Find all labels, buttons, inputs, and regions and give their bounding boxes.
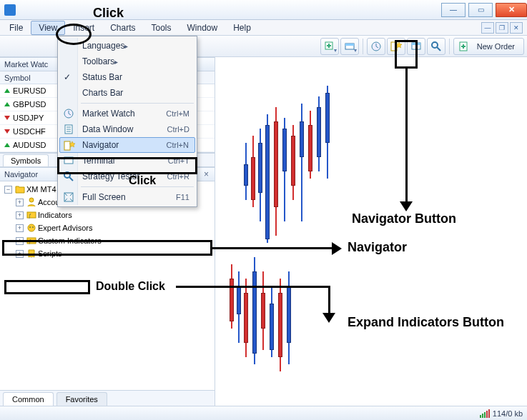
tree-item-custom-indicators[interactable]: +ƒCustom Indicators: [0, 234, 215, 247]
window-close-button[interactable]: [496, 3, 527, 17]
direction-icon: [4, 89, 10, 93]
menu-item-shortcut: Ctrl+R: [167, 172, 189, 181]
submenu-arrow-icon: [124, 41, 128, 51]
view-menu-charts-bar[interactable]: Charts Bar: [59, 85, 195, 101]
toolbar-profiles-button[interactable]: [340, 38, 359, 55]
toolbar-new-chart-button[interactable]: [320, 38, 339, 55]
toolbar-navigator-button[interactable]: [387, 38, 405, 55]
market-watch-tab-symbols[interactable]: Symbols: [3, 154, 49, 166]
expand-icon[interactable]: +: [16, 211, 24, 219]
menu-item-label: Toolbars: [82, 56, 114, 66]
view-menu-toolbars[interactable]: Toolbars: [59, 54, 195, 69]
toolbar-tester-button[interactable]: [427, 38, 445, 55]
toolbar-new-order-button[interactable]: New Order: [453, 38, 524, 55]
toolbar-separator: [449, 39, 450, 54]
anno-arrowhead-navbtn: [400, 201, 413, 211]
tree-root-label: XM MT4: [26, 185, 56, 194]
clock-icon: [63, 108, 74, 119]
tree-item-scripts[interactable]: +Scripts: [0, 247, 215, 260]
tree-item-indicators[interactable]: +ƒIndicators: [0, 209, 215, 221]
mdi-restore-button[interactable]: ❐: [496, 22, 508, 34]
menu-item-shortcut: F11: [176, 193, 189, 201]
magnifier-icon: [63, 171, 74, 182]
menubar: File View Insert Charts Tools Window Hel…: [0, 20, 527, 36]
view-menu-data-window[interactable]: Data WindowCtrl+D: [59, 121, 195, 137]
toolbar-terminal-button[interactable]: [407, 38, 425, 55]
expand-icon[interactable]: +: [16, 224, 24, 232]
navigator-title: Navigator: [4, 170, 38, 179]
toolbar-separator: [363, 39, 363, 54]
tree-item-label: Scripts: [38, 249, 62, 258]
svg-point-14: [32, 226, 34, 228]
symbol-label: EURUSD: [13, 86, 46, 95]
chart-area[interactable]: [215, 57, 527, 406]
statusbar-conn-text: 114/0 kb: [493, 409, 523, 418]
menu-item-label: Status Bar: [82, 72, 122, 82]
view-menu-status-bar[interactable]: ✓Status Bar: [59, 69, 195, 85]
svg-point-9: [29, 198, 34, 202]
svg-point-12: [28, 224, 35, 231]
submenu-arrow-icon: [114, 56, 118, 66]
market-watch-col-symbol: Symbol: [4, 74, 31, 82]
svg-rect-2: [345, 44, 354, 46]
svg-point-13: [29, 226, 31, 228]
navigator-tab-common[interactable]: Common: [3, 392, 54, 406]
window-minimize-button[interactable]: [441, 3, 466, 17]
anno-navigator-button: Navigator Button: [352, 211, 456, 226]
app-icon: [4, 4, 16, 16]
anno-arrowhead-navigator: [332, 242, 342, 255]
view-menu-navigator[interactable]: NavigatorCtrl+N: [59, 137, 195, 153]
menu-view[interactable]: View: [31, 21, 65, 35]
view-menu-dropdown: LanguagesToolbars✓Status BarCharts BarMa…: [57, 36, 197, 207]
menu-item-shortcut: Ctrl+M: [166, 109, 189, 118]
svg-point-22: [64, 172, 70, 178]
connection-bars-icon: [480, 409, 490, 418]
svg-rect-19: [64, 141, 70, 150]
view-menu-terminal[interactable]: TerminalCtrl+T: [59, 153, 195, 169]
expand-icon[interactable]: +: [16, 237, 24, 245]
anno-arrowhead-expand: [322, 313, 335, 323]
window-maximize-button[interactable]: [468, 3, 493, 17]
menu-charts[interactable]: Charts: [102, 21, 143, 35]
check-icon: ✓: [64, 72, 71, 82]
collapse-icon[interactable]: −: [4, 186, 12, 194]
svg-text:ƒ: ƒ: [29, 213, 31, 219]
anno-expand-label: Expand Indicators Button: [348, 314, 512, 331]
anno-dblclick: Double Click: [96, 280, 165, 293]
svg-rect-6: [412, 43, 420, 45]
candlestick-chart: [215, 57, 527, 406]
expand-icon[interactable]: +: [16, 199, 24, 206]
statusbar-connection: 114/0 kb: [480, 409, 523, 418]
menu-item-label: Market Watch: [82, 109, 135, 119]
symbol-label: USDCHF: [13, 127, 46, 136]
direction-icon: [4, 102, 10, 106]
tree-item-label: Indicators: [38, 211, 72, 219]
mdi-minimize-button[interactable]: —: [481, 22, 494, 34]
symbol-label: GBPUSD: [13, 100, 46, 109]
menu-file[interactable]: File: [1, 21, 31, 35]
toolbar-market-watch-button[interactable]: [367, 38, 385, 55]
view-menu-full-screen[interactable]: Full ScreenF11: [59, 189, 195, 205]
navigator-tabs: Common Favorites: [0, 390, 215, 406]
navigator-tab-favorites[interactable]: Favorites: [56, 392, 107, 406]
menu-window[interactable]: Window: [179, 21, 226, 35]
navigator-close-button[interactable]: ×: [202, 169, 210, 179]
folder-icon: [15, 184, 25, 194]
view-menu-market-watch[interactable]: Market WatchCtrl+M: [59, 106, 195, 121]
menu-separator: [81, 103, 194, 104]
anno-navigator-label: Navigator: [348, 240, 407, 255]
mdi-close-button[interactable]: ✕: [510, 22, 523, 34]
ea-icon: [26, 223, 36, 233]
terminal-icon: [63, 155, 74, 166]
menu-insert[interactable]: Insert: [65, 21, 102, 35]
expand-icon[interactable]: +: [16, 250, 24, 258]
view-menu-languages[interactable]: Languages: [59, 38, 195, 54]
menu-help[interactable]: Help: [225, 21, 259, 35]
menu-item-label: Languages: [82, 41, 124, 51]
view-menu-strategy-tester[interactable]: Strategy TesterCtrl+R: [59, 169, 195, 184]
svg-text:ƒ: ƒ: [29, 239, 31, 244]
menu-item-label: Data Window: [82, 124, 133, 134]
menu-tools[interactable]: Tools: [144, 21, 179, 35]
fx-icon: ƒ: [26, 210, 36, 220]
tree-item-expert-advisors[interactable]: +Expert Advisors: [0, 221, 215, 234]
